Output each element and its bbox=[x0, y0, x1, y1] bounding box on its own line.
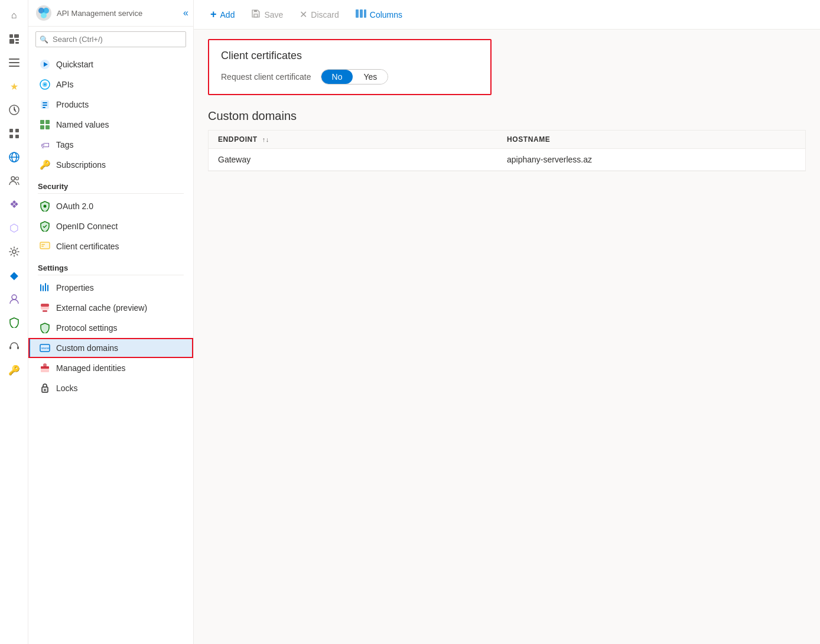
external-cache-icon bbox=[40, 303, 50, 313]
svg-rect-38 bbox=[45, 125, 50, 129]
managed-identities-icon bbox=[40, 363, 50, 373]
sidebar-item-client-certs[interactable]: Client certificates bbox=[28, 236, 193, 256]
svg-point-16 bbox=[11, 177, 15, 180]
grid-icon[interactable] bbox=[2, 123, 26, 144]
sidebar-item-label-apis: APIs bbox=[56, 80, 74, 89]
favorites-icon[interactable]: ★ bbox=[2, 76, 26, 97]
diamond-icon[interactable]: ◆ bbox=[2, 265, 26, 286]
sidebar-item-external-cache[interactable]: External cache (preview) bbox=[28, 298, 193, 318]
locks-icon bbox=[40, 383, 50, 393]
content-area: Client certificates Request client certi… bbox=[194, 30, 820, 644]
sidebar-item-properties[interactable]: Properties bbox=[28, 278, 193, 298]
svg-point-25 bbox=[41, 12, 47, 18]
dashboard-icon[interactable] bbox=[2, 28, 26, 50]
app-logo bbox=[35, 5, 52, 21]
people-icon[interactable] bbox=[2, 170, 26, 191]
svg-point-19 bbox=[12, 295, 17, 300]
svg-rect-20 bbox=[9, 346, 11, 349]
columns-icon bbox=[356, 9, 366, 20]
table-row: Gateway apiphany-serverless.az bbox=[209, 149, 805, 171]
sidebar-item-products[interactable]: Products bbox=[28, 95, 193, 115]
svg-rect-58 bbox=[254, 10, 257, 12]
endpoint-column-header: ENDPOINT ↑↓ bbox=[218, 135, 507, 144]
sidebar-item-custom-domains[interactable]: www Custom domains bbox=[28, 338, 193, 358]
svg-rect-11 bbox=[9, 135, 13, 138]
sidebar-item-named-values[interactable]: Named values bbox=[28, 115, 193, 135]
add-button[interactable]: + Add bbox=[203, 5, 242, 24]
box-icon[interactable]: ⬡ bbox=[2, 217, 26, 239]
openid-icon bbox=[40, 221, 50, 232]
sidebar-item-label-protocol-settings: Protocol settings bbox=[56, 323, 118, 333]
columns-button[interactable]: Columns bbox=[349, 6, 409, 24]
sidebar-item-label-properties: Properties bbox=[56, 283, 94, 292]
custom-domains-icon: www bbox=[40, 343, 50, 353]
named-values-icon bbox=[40, 119, 50, 130]
custom-domains-table: ENDPOINT ↑↓ HOSTNAME Gateway apiphany-se… bbox=[208, 130, 806, 171]
sidebar-item-oauth[interactable]: OAuth 2.0 bbox=[28, 196, 193, 216]
hostname-column-header: HOSTNAME bbox=[507, 135, 796, 144]
toolbar: + Add Save ✕ Discard Columns bbox=[194, 0, 820, 30]
svg-rect-41 bbox=[41, 244, 45, 245]
columns-label: Columns bbox=[370, 10, 402, 19]
puzzle-icon[interactable]: ❖ bbox=[2, 194, 26, 215]
main-content: + Add Save ✕ Discard Columns Client cert… bbox=[194, 0, 820, 644]
svg-rect-10 bbox=[15, 129, 19, 132]
svg-rect-6 bbox=[9, 62, 19, 63]
collapse-sidebar-btn[interactable]: « bbox=[183, 8, 188, 18]
sidebar-nav: Quickstart APIs Products Named values 🏷 … bbox=[28, 52, 193, 644]
sidebar-item-openid[interactable]: OpenID Connect bbox=[28, 216, 193, 236]
gateway-hostname-cell: apiphany-serverless.az bbox=[507, 155, 796, 164]
svg-rect-59 bbox=[356, 9, 359, 18]
toggle-no-option[interactable]: No bbox=[321, 70, 353, 84]
oauth-icon bbox=[40, 201, 50, 212]
sidebar-item-apis[interactable]: APIs bbox=[28, 74, 193, 95]
svg-rect-49 bbox=[43, 310, 47, 312]
shield-icon[interactable] bbox=[2, 312, 26, 333]
svg-rect-40 bbox=[40, 242, 50, 249]
sidebar-item-protocol-settings[interactable]: Protocol settings bbox=[28, 318, 193, 338]
settings-icon[interactable] bbox=[2, 241, 26, 262]
home-icon[interactable]: ⌂ bbox=[2, 5, 26, 26]
discard-button[interactable]: ✕ Discard bbox=[292, 5, 346, 24]
products-icon bbox=[40, 99, 50, 110]
svg-rect-43 bbox=[40, 284, 41, 291]
save-button[interactable]: Save bbox=[244, 5, 290, 24]
svg-point-54 bbox=[43, 363, 47, 367]
svg-rect-32 bbox=[43, 102, 47, 103]
properties-icon bbox=[40, 282, 50, 293]
toggle-yes-option[interactable]: Yes bbox=[353, 70, 388, 84]
svg-rect-12 bbox=[15, 135, 19, 138]
headset-icon[interactable] bbox=[2, 336, 26, 357]
cert-box-title: Client certificates bbox=[221, 50, 479, 62]
sidebar-item-subscriptions[interactable]: 🔑 Subscriptions bbox=[28, 155, 193, 175]
endpoint-sort-icon[interactable]: ↑↓ bbox=[262, 136, 269, 143]
sidebar-item-locks[interactable]: Locks bbox=[28, 378, 193, 398]
svg-rect-37 bbox=[40, 125, 44, 129]
cert-toggle-label: Request client certificate bbox=[221, 72, 311, 82]
sidebar-item-quickstart[interactable]: Quickstart bbox=[28, 54, 193, 74]
sidebar-item-label-oauth: OAuth 2.0 bbox=[56, 201, 93, 211]
sidebar-header: API Management service « bbox=[28, 0, 193, 27]
svg-text:www: www bbox=[41, 346, 50, 350]
person-icon[interactable] bbox=[2, 288, 26, 310]
list-icon[interactable] bbox=[2, 52, 26, 73]
svg-rect-3 bbox=[15, 39, 19, 41]
globe-icon[interactable] bbox=[2, 147, 26, 168]
settings-divider bbox=[38, 275, 184, 275]
sidebar-item-label-named-values: Named values bbox=[56, 120, 109, 129]
subscriptions-icon: 🔑 bbox=[40, 160, 50, 170]
search-icon: 🔍 bbox=[40, 35, 48, 44]
sidebar-item-managed-identities[interactable]: Managed identities bbox=[28, 358, 193, 378]
client-certificates-box: Client certificates Request client certi… bbox=[208, 39, 492, 95]
search-input[interactable] bbox=[35, 31, 186, 47]
discard-label: Discard bbox=[311, 10, 339, 19]
settings-section-header: Settings bbox=[28, 256, 193, 275]
request-cert-toggle[interactable]: No Yes bbox=[321, 69, 389, 84]
sidebar-item-tags[interactable]: 🏷 Tags bbox=[28, 135, 193, 155]
sidebar-item-label-custom-domains: Custom domains bbox=[56, 343, 118, 353]
clock-icon[interactable] bbox=[2, 99, 26, 121]
custom-domains-title: Custom domains bbox=[208, 109, 806, 123]
svg-rect-5 bbox=[9, 58, 19, 60]
icon-bar: ⌂ ★ ❖ ⬡ ◆ 🔑 bbox=[0, 0, 28, 644]
key-icon[interactable]: 🔑 bbox=[2, 359, 26, 380]
